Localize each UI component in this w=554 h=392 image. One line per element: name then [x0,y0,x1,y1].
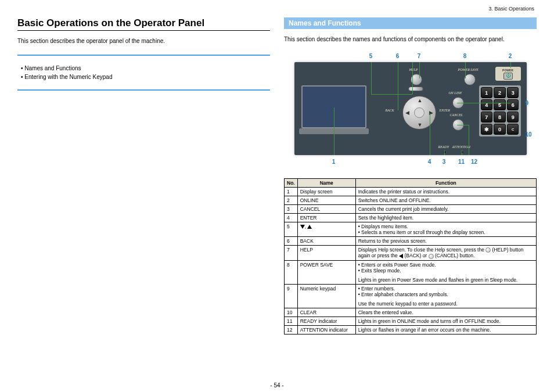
cancel-label: CANCEL [450,113,463,117]
callout-8: 8 [463,53,467,59]
leader-line [510,62,511,68]
key-7[interactable]: 7 [481,112,493,123]
dpad[interactable]: ▲ ▼ ◀ ▶ [402,96,436,130]
key-4[interactable]: 4 [481,99,493,110]
scroll-button[interactable] [408,87,423,91]
leader-line [334,107,334,155]
key-1[interactable]: 1 [481,87,493,98]
table-row: 5, Displays menu items.Selects a menu it… [285,222,537,237]
th-no: No. [285,179,298,188]
key-8[interactable]: 8 [494,112,506,123]
key-2[interactable]: 2 [494,87,506,98]
leader-line [398,62,398,110]
key-9[interactable]: 9 [507,112,519,123]
powersave-button[interactable] [464,74,476,85]
help-label: HELP [409,68,418,71]
table-row: 12ATTENTION indicatorLights or flashes i… [285,325,537,334]
callout-7: 7 [418,53,421,59]
page-number: - 54 - [0,382,554,389]
divider [17,89,270,91]
leader-line [457,125,469,125]
page-title: Basic Operations on the Operator Panel [17,17,270,31]
section-heading: Names and Functions [284,17,537,29]
left-column: Basic Operations on the Operator Panel T… [17,17,270,335]
leader-line [457,103,510,103]
leader-line [444,150,445,155]
table-row: 2ONLINESwitches ONLINE and OFFLINE. [285,196,537,205]
powersave-label: POWER SAVE [458,68,479,71]
key-clear[interactable]: C [507,124,519,135]
table-row: 11READY indicatorLights in green in ONLI… [285,317,537,325]
toc-list: Names and Functions Entering with the Nu… [21,65,270,80]
attention-led [461,150,464,154]
leader-line [465,62,466,78]
leader-line [371,62,372,94]
intro-text: This section describes the operator pane… [17,38,270,44]
callout-12: 12 [471,159,477,165]
operator-panel: HELP BACK ENTER ▲ ▼ ◀ ▶ ON LINE CANCEL [294,62,527,155]
table-row: 9Numeric keypadEnter numbers.Enter alpha… [285,284,537,308]
callout-10: 10 [526,131,532,138]
table-row: 10CLEARClears the entered value. [285,308,537,317]
leader-line [412,62,413,94]
operator-panel-figure: 5 6 7 8 2 HELP BACK ENTER ▲ [289,53,533,168]
right-column: Names and Functions This section describ… [284,17,537,335]
divider [17,55,270,56]
table-row: 3CANCELCancels the current print job imm… [285,205,537,214]
callout-9: 9 [526,100,529,106]
leader-line [419,62,420,78]
leader-line [430,113,430,155]
leader-line [371,94,412,95]
key-0[interactable]: 0 [494,124,506,135]
back-label: BACK [386,109,394,112]
table-row: 1Display screenIndicates the printer sta… [285,188,537,196]
ready-led [443,150,447,154]
numeric-keypad[interactable]: 1 2 3 4 5 6 7 8 9 ✱ 0 C [479,85,521,136]
leader-line [469,125,469,155]
callout-1: 1 [332,159,336,165]
callout-11: 11 [458,159,465,165]
power-button[interactable]: POWER ⏻ [495,67,521,81]
toc-item[interactable]: Names and Functions [21,65,270,71]
th-name: Name [297,179,355,188]
callout-5: 5 [369,53,373,59]
enter-label: ENTER [440,109,450,112]
functions-table: No. Name Function 1Display screenIndicat… [284,178,537,335]
attention-label: ATTENTION [452,145,470,149]
key-3[interactable]: 3 [507,87,519,98]
callout-4: 4 [428,159,431,165]
toc-item[interactable]: Entering with the Numeric Keypad [21,74,270,80]
intro-text: This section describes the names and fun… [284,36,537,42]
key-5[interactable]: 5 [494,99,506,110]
leader-line [462,150,462,155]
table-row: 4ENTERSets the highlighted item. [285,214,537,222]
callout-2: 2 [509,53,512,59]
table-row: 8POWER SAVEEnters or exits Power Save mo… [285,260,537,284]
key-star[interactable]: ✱ [481,124,493,135]
table-row: 6BACKReturns to the previous screen. [285,237,537,246]
callout-3: 3 [443,159,446,165]
table-row: 7HELPDisplays Help screen. To close the … [285,246,537,261]
th-func: Function [355,179,536,188]
online-label: ON LINE [449,91,462,95]
ready-label: READY [438,145,449,149]
callout-6: 6 [396,53,400,59]
key-6[interactable]: 6 [507,99,519,110]
breadcrumb: 3. Basic Operations [488,6,534,12]
